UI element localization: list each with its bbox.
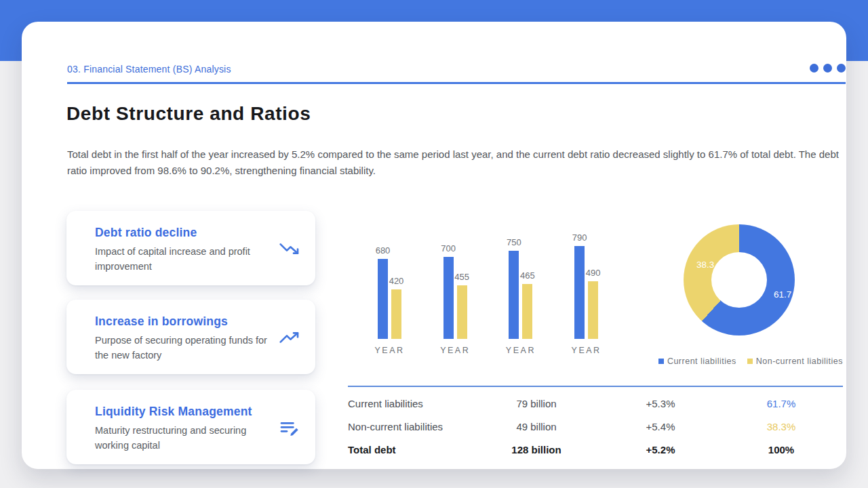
bar-current (443, 257, 454, 339)
row-amount: 49 billion (471, 421, 601, 432)
bar-noncurrent (588, 281, 598, 339)
bar-category-label: YEAR (572, 346, 601, 355)
bar-current (509, 251, 519, 339)
row-share: 100% (719, 444, 843, 455)
donut-chart: 61.7 38.3 (684, 224, 795, 336)
bar-category-label: YEAR (506, 346, 536, 355)
bar-value-label: 680 (376, 245, 391, 256)
dot (810, 64, 818, 73)
bar-value-label: 420 (389, 276, 404, 286)
card-description: Purpose of securing operating funds for … (95, 333, 273, 363)
header-divider (67, 82, 846, 84)
bar-group: 680420YEAR (378, 237, 401, 339)
row-share: 38.3% (719, 421, 843, 432)
slide-header: 03. Financial Statement (BS) Analysis (67, 63, 846, 78)
page-title: Debt Structure and Ratios (66, 103, 311, 125)
bar-noncurrent (457, 285, 467, 339)
row-label: Current liabilities (348, 398, 471, 409)
intro-paragraph: Total debt in the first half of the year… (67, 146, 840, 178)
bar-group: 750465YEAR (509, 237, 532, 339)
legend-item-current: Current liabilities (658, 357, 736, 366)
bar-group: 700455YEAR (443, 237, 467, 339)
card-increase-in-borrowings: Increase in borrowings Purpose of securi… (66, 300, 315, 374)
card-title: Liquidity Risk Management (95, 405, 299, 419)
dot (823, 64, 832, 73)
chart-legend: Current liabilities Non-current liabilit… (348, 357, 843, 366)
breadcrumb: 03. Financial Statement (BS) Analysis (67, 64, 231, 75)
card-title: Increase in borrowings (95, 314, 299, 329)
slide-card: 03. Financial Statement (BS) Analysis De… (22, 22, 846, 469)
debt-table: Current liabilities 79 billion +5.3% 61.… (348, 386, 843, 461)
row-change: +5.3% (601, 398, 719, 409)
donut-value-noncurrent: 38.3 (696, 260, 714, 270)
edit-note-icon (279, 417, 300, 439)
bar-current (574, 246, 585, 339)
legend-item-noncurrent: Non-current liabilities (747, 357, 843, 366)
bar-value-label: 490 (586, 268, 601, 278)
trending-up-icon (279, 327, 300, 348)
row-amount: 79 billion (471, 398, 601, 409)
row-amount: 128 billion (471, 444, 601, 455)
legend-swatch-yellow (747, 359, 753, 364)
bar-group: 790490YEAR (574, 237, 598, 339)
row-label: Total debt (348, 444, 471, 455)
table-row: Non-current liabilities 49 billion +5.4%… (348, 415, 843, 438)
row-change: +5.4% (601, 421, 719, 432)
legend-swatch-blue (658, 359, 664, 364)
bar-value-label: 455 (454, 272, 469, 282)
bar-noncurrent (391, 289, 401, 339)
card-debt-ratio-decline: Debt ratio decline Impact of capital inc… (66, 211, 315, 285)
bar-noncurrent (522, 284, 532, 339)
bar-current (378, 259, 388, 339)
row-share: 61.7% (719, 398, 843, 409)
legend-label: Non-current liabilities (756, 357, 843, 366)
card-liquidity-risk-management: Liquidity Risk Management Maturity restr… (66, 390, 315, 464)
three-dots-icon[interactable] (810, 64, 846, 73)
row-label: Non-current liabilities (348, 421, 471, 432)
table-row: Current liabilities 79 billion +5.3% 61.… (348, 392, 843, 415)
card-title: Debt ratio decline (95, 226, 299, 240)
row-change: +5.2% (601, 444, 719, 455)
bar-value-label: 790 (572, 232, 587, 243)
donut-value-current: 61.7 (774, 289, 791, 300)
bar-value-label: 700 (441, 243, 456, 253)
card-description: Impact of capital increase and profit im… (95, 245, 273, 274)
table-row-total: Total debt 128 billion +5.2% 100% (348, 438, 843, 461)
bar-category-label: YEAR (374, 346, 404, 355)
card-description: Maturity restructuring and securing work… (95, 424, 273, 453)
trending-down-icon (279, 238, 300, 260)
bar-category-label: YEAR (440, 346, 470, 355)
legend-label: Current liabilities (667, 357, 736, 366)
dot (837, 64, 846, 73)
bar-value-label: 750 (507, 237, 521, 247)
bar-value-label: 465 (520, 270, 535, 281)
bar-chart: 680420YEAR700455YEAR750465YEAR790490YEAR (348, 222, 614, 355)
